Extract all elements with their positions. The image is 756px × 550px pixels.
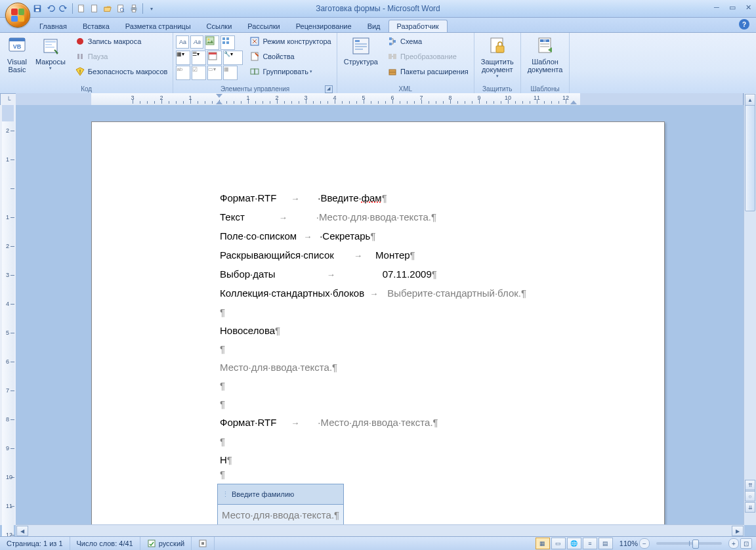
select-browse-object-icon[interactable]: ○	[745, 491, 755, 501]
view-print-layout-icon[interactable]: ▦	[536, 538, 550, 549]
svg-rect-44	[393, 40, 396, 43]
richtext-control-icon[interactable]: Aa	[176, 35, 189, 49]
legacy-check-icon[interactable]: ☑	[192, 66, 206, 80]
redo-icon[interactable]	[58, 3, 70, 14]
legacy-tools-icon[interactable]: 🔧▾	[223, 51, 243, 65]
tab-mailings[interactable]: Рассылки	[240, 20, 287, 32]
scroll-up-icon[interactable]: ▲	[745, 94, 755, 106]
office-button[interactable]	[5, 3, 30, 28]
macros-button[interactable]: Макросы▾	[32, 34, 70, 81]
undo-icon[interactable]	[45, 3, 56, 14]
group-code: VB Visual Basic Макросы▾ Запись макроса …	[0, 33, 173, 94]
view-draft-icon[interactable]: ▤	[598, 538, 613, 549]
schema-button[interactable]: Схема	[385, 34, 471, 49]
open-icon[interactable]	[102, 3, 114, 14]
status-word-count[interactable]: Число слов: 4/41	[70, 537, 140, 550]
qat-customize-icon[interactable]: ▾	[146, 3, 158, 14]
datepicker-control-icon[interactable]	[207, 51, 222, 65]
legacy-combo-icon[interactable]: ▭▾	[207, 66, 222, 80]
protect-document-button[interactable]: Защитить документ▾	[477, 34, 518, 81]
zoom-level[interactable]: 110%	[620, 539, 638, 547]
dropdown-control-icon[interactable]: ☰▾	[192, 51, 206, 65]
scroll-thumb[interactable]	[745, 105, 755, 211]
page-content[interactable]: Формат·RTF→·Введите·фам¶ Текст→·Место·дл…	[220, 189, 625, 525]
new-doc-icon[interactable]	[75, 3, 87, 14]
tab-page-layout[interactable]: Разметка страницы	[117, 20, 199, 32]
record-macro-button[interactable]: Запись макроса	[72, 34, 171, 49]
svg-rect-2	[35, 9, 39, 12]
svg-text:VB: VB	[13, 43, 22, 50]
ribbon-tabs: Главная Вставка Разметка страницы Ссылки…	[0, 18, 756, 33]
structure-button[interactable]: Структура	[340, 34, 382, 81]
visual-basic-button[interactable]: VB Visual Basic	[3, 34, 32, 81]
svg-rect-29	[226, 41, 229, 44]
vertical-scrollbar[interactable]: ▲ ▼ ⇈ ○ ⇊	[744, 93, 756, 525]
svg-rect-31	[209, 53, 217, 54]
text-control-icon[interactable]: Aa	[190, 35, 203, 49]
svg-point-25	[208, 39, 210, 41]
status-page[interactable]: Страница: 1 из 1	[0, 537, 70, 550]
tab-developer[interactable]: Разработчик	[388, 20, 448, 32]
buildingblock-control-icon[interactable]	[220, 35, 235, 50]
view-outline-icon[interactable]: ≡	[583, 538, 597, 549]
svg-rect-26	[222, 37, 225, 40]
svg-rect-16	[45, 44, 52, 45]
zoom-fit-icon[interactable]: ⊡	[740, 538, 752, 549]
legacy-form-icon[interactable]: ab	[176, 66, 190, 80]
transformation-button: Преобразование	[385, 49, 471, 64]
horizontal-scrollbar[interactable]: ◀ ▶	[16, 524, 744, 537]
svg-rect-24	[206, 37, 214, 45]
svg-rect-27	[226, 37, 229, 40]
document-template-button[interactable]: W Шаблон документа	[524, 34, 567, 81]
scroll-right-icon[interactable]: ▶	[732, 526, 744, 536]
status-macro[interactable]	[192, 537, 215, 550]
document-area: └ 32112345678910111213141516 21123456789…	[0, 93, 756, 537]
status-language[interactable]: русский	[140, 537, 192, 550]
expansion-packs-button[interactable]: Пакеты расширения	[385, 64, 471, 79]
svg-rect-42	[389, 37, 392, 40]
svg-rect-39	[355, 43, 367, 45]
help-icon[interactable]: ?	[739, 19, 749, 30]
minimize-button[interactable]: ─	[711, 3, 722, 12]
group-xml: Структура Схема Преобразование Пакеты ра…	[337, 33, 474, 94]
legacy-frame-icon[interactable]: ▦	[223, 66, 238, 80]
zoom-in-icon[interactable]: +	[728, 538, 739, 549]
tab-review[interactable]: Рецензирование	[288, 20, 360, 32]
print-preview-icon[interactable]	[115, 3, 127, 14]
horizontal-ruler[interactable]: 32112345678910111213141516	[16, 93, 744, 106]
svg-rect-38	[355, 40, 360, 42]
save-icon[interactable]	[32, 3, 43, 14]
combobox-control-icon[interactable]: ▦▾	[176, 51, 190, 65]
controls-dialog-launcher[interactable]: ◢	[325, 85, 333, 93]
tab-insert[interactable]: Вставка	[75, 20, 117, 32]
window-controls: ─ ▭ ✕	[711, 3, 753, 12]
maximize-button[interactable]: ▭	[727, 3, 738, 12]
tab-selector[interactable]: └	[0, 93, 17, 106]
quick-print-icon[interactable]	[128, 3, 140, 14]
properties-button[interactable]: Свойства	[247, 49, 333, 64]
document-canvas[interactable]: Формат·RTF→·Введите·фам¶ Текст→·Место·дл…	[16, 105, 744, 525]
tab-home[interactable]: Главная	[32, 20, 75, 32]
group-controls: Aa Aa ▦▾ ☰▾ 🔧▾ ab ☑ ▭▾ ▦	[173, 33, 337, 94]
view-full-screen-icon[interactable]: ▭	[551, 538, 566, 549]
tab-view[interactable]: Вид	[360, 20, 388, 32]
svg-rect-28	[222, 41, 225, 44]
next-page-icon[interactable]: ⇊	[745, 502, 755, 513]
content-control[interactable]: Введите фамилию Место·для·ввода·текста.¶	[217, 484, 344, 525]
zoom-slider[interactable]	[656, 542, 722, 545]
new-blank-icon[interactable]	[89, 3, 100, 14]
picture-control-icon[interactable]	[205, 35, 219, 50]
design-mode-button[interactable]: Режим конструктора	[247, 34, 333, 49]
macro-security-button[interactable]: !Безопасность макросов	[72, 64, 171, 79]
tab-references[interactable]: Ссылки	[199, 20, 240, 32]
close-button[interactable]: ✕	[743, 3, 753, 12]
prev-page-icon[interactable]: ⇈	[745, 480, 755, 490]
scroll-left-icon[interactable]: ◀	[16, 526, 28, 536]
vertical-ruler[interactable]: 2112345678910111213	[0, 105, 16, 525]
view-web-layout-icon[interactable]: 🌐	[567, 538, 581, 549]
group-controls-button[interactable]: Группировать▾	[247, 64, 333, 79]
svg-point-34	[257, 55, 259, 56]
zoom-out-icon[interactable]: −	[639, 538, 650, 549]
svg-rect-12	[9, 38, 25, 41]
group-label-xml: XML	[398, 85, 412, 93]
